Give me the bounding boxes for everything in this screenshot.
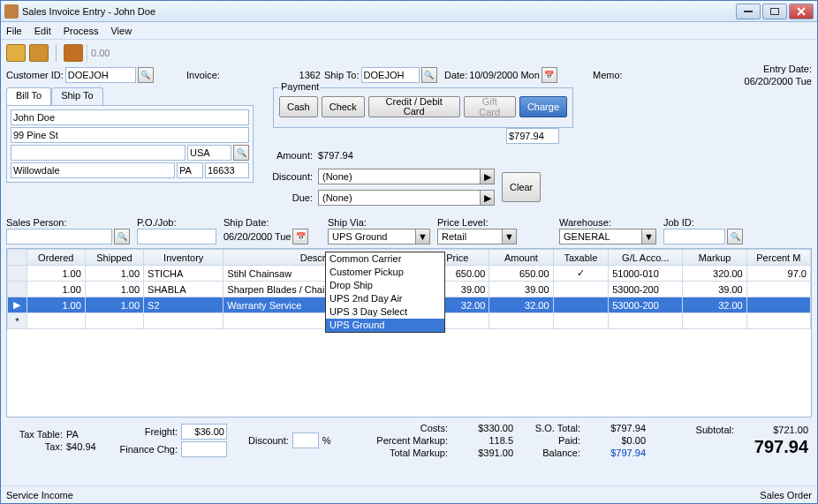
credit-debit-button[interactable]: Credit / Debit Card — [368, 96, 460, 117]
po-job-input[interactable] — [137, 229, 216, 244]
subtotal-label: Subtotal: — [696, 425, 734, 435]
date-value: 10/09/2000 Mon — [469, 70, 540, 80]
freight-input[interactable]: $36.00 — [181, 424, 227, 440]
maximize-button[interactable] — [762, 4, 787, 19]
price-level-dropdown[interactable]: Retail▼ — [437, 229, 517, 244]
window-title: Sales Invoice Entry - John Doe — [22, 6, 736, 17]
ship-via-dropdown[interactable]: UPS Ground▼ — [328, 229, 430, 244]
discount-pct-input[interactable] — [292, 433, 319, 448]
bill-to-state[interactable]: PA — [177, 162, 203, 178]
subtotal-value: $721.00 — [738, 425, 808, 435]
payment-legend: Payment — [279, 81, 321, 92]
clear-button[interactable]: Clear — [502, 172, 541, 202]
gift-card-button[interactable]: Gift Card — [464, 96, 516, 117]
date-picker-icon[interactable]: 📅 — [542, 67, 557, 83]
toolbar-amount: 0.00 — [87, 44, 140, 62]
ship-via-option[interactable]: Common Carrier — [326, 252, 444, 266]
percent-markup-value: 118.5 — [451, 435, 513, 446]
charge-amount: $797.94 — [506, 128, 559, 144]
toolbar-icon-2[interactable] — [29, 44, 49, 62]
tax-table-value: PA — [66, 429, 79, 440]
entry-date-label: Entry Date: — [763, 64, 812, 74]
menu-view[interactable]: View — [110, 26, 132, 36]
job-id-input[interactable] — [663, 229, 725, 244]
ship-via-option[interactable]: UPS Ground — [326, 319, 444, 332]
bill-to-addr2[interactable] — [11, 145, 186, 161]
bill-to-country-lookup-icon[interactable]: 🔍 — [233, 145, 249, 161]
sales-person-input[interactable] — [6, 229, 112, 244]
paid-label: Paid: — [527, 435, 580, 446]
close-button[interactable] — [789, 4, 814, 19]
chevron-right-icon: ▶ — [480, 191, 494, 205]
col-markup[interactable]: Markup — [683, 250, 746, 266]
job-id-lookup-icon[interactable]: 🔍 — [727, 229, 743, 244]
ship-to-input[interactable]: DOEJOH — [361, 67, 420, 83]
costs-label: Costs: — [360, 423, 448, 433]
balance-value: $797.94 — [584, 448, 646, 458]
svg-rect-0 — [744, 11, 753, 12]
chevron-down-icon: ▼ — [502, 229, 516, 244]
freight-label: Freight: — [116, 426, 178, 437]
due-label: Due: — [264, 192, 313, 203]
col-ordered[interactable]: Ordered — [27, 250, 85, 266]
tab-ship-to[interactable]: Ship To — [51, 87, 103, 105]
ship-via-option[interactable]: Drop Ship — [326, 279, 444, 292]
menu-process[interactable]: Process — [64, 26, 99, 36]
toolbar-icon-1[interactable] — [6, 44, 26, 62]
warehouse-dropdown[interactable]: GENERAL▼ — [559, 229, 656, 244]
due-dropdown[interactable]: (None)▶ — [318, 190, 495, 206]
col-inventory[interactable]: Inventory — [144, 250, 223, 266]
check-button[interactable]: Check — [322, 96, 365, 117]
bill-to-zip[interactable]: 16633 — [205, 162, 249, 178]
col-glaccount[interactable]: G/L Acco... — [609, 250, 683, 266]
col-shipped[interactable]: Shipped — [85, 250, 143, 266]
tab-bill-to[interactable]: Bill To — [6, 87, 51, 105]
col-percentm[interactable]: Percent M — [746, 250, 810, 266]
ship-date-label: Ship Date: — [223, 217, 321, 228]
percent-markup-label: Percent Markup: — [360, 435, 448, 446]
bill-to-panel: John Doe 99 Pine St USA 🔍 Willowdale PA … — [6, 105, 254, 183]
menu-edit[interactable]: Edit — [34, 26, 51, 36]
ship-date-value: 06/20/2000 Tue — [223, 229, 291, 244]
costs-value: $330.00 — [451, 423, 513, 433]
totals-panel: Tax Table:PA Tax:$40.94 Freight:$36.00 F… — [6, 421, 812, 460]
warehouse-label: Warehouse: — [559, 217, 656, 228]
chevron-down-icon: ▼ — [641, 229, 655, 244]
app-icon — [4, 4, 19, 19]
discount-dropdown[interactable]: (None)▶ — [318, 169, 495, 184]
bill-to-street[interactable]: 99 Pine St — [11, 127, 249, 143]
tax-table-label: Tax Table: — [10, 429, 63, 440]
minimize-button[interactable] — [736, 4, 761, 19]
ship-via-option[interactable]: UPS 2nd Day Air — [326, 292, 444, 305]
toolbar: 0.00 — [6, 41, 812, 64]
ship-via-dropdown-list[interactable]: Common CarrierCustomer PickupDrop ShipUP… — [325, 252, 445, 333]
ship-date-picker-icon[interactable]: 📅 — [292, 229, 308, 244]
customer-id-lookup-icon[interactable]: 🔍 — [138, 67, 154, 83]
cash-button[interactable]: Cash — [279, 96, 318, 117]
menubar: File Edit Process View — [1, 22, 817, 40]
col-amount[interactable]: Amount — [489, 250, 553, 266]
discount-pct-label: Discount: — [248, 435, 289, 446]
amount-label: Amount: — [264, 150, 313, 161]
bill-to-name[interactable]: John Doe — [11, 109, 249, 125]
customer-id-label: Customer ID: — [6, 70, 64, 80]
date-label: Date: — [444, 70, 467, 80]
toolbar-icon-3[interactable] — [64, 44, 83, 62]
ship-via-option[interactable]: UPS 3 Day Select — [326, 305, 444, 319]
charge-button[interactable]: Charge — [519, 96, 567, 117]
ship-to-lookup-icon[interactable]: 🔍 — [421, 67, 437, 83]
ship-via-option[interactable]: Customer Pickup — [326, 266, 444, 279]
ship-via-label: Ship Via: — [328, 217, 430, 228]
amount-value: $797.94 — [318, 150, 353, 161]
customer-id-input[interactable]: DOEJOH — [65, 67, 136, 83]
col-taxable[interactable]: Taxable — [553, 250, 609, 266]
sales-person-lookup-icon[interactable]: 🔍 — [114, 229, 130, 244]
finance-chg-input[interactable] — [181, 441, 227, 457]
sales-person-label: Sales Person: — [6, 217, 130, 228]
menu-file[interactable]: File — [6, 26, 22, 36]
bill-to-country[interactable]: USA — [187, 145, 231, 161]
bill-to-city[interactable]: Willowdale — [11, 162, 175, 178]
so-total-label: S.O. Total: — [527, 423, 580, 433]
job-id-label: Job ID: — [663, 217, 743, 228]
chevron-down-icon: ▼ — [415, 229, 429, 244]
